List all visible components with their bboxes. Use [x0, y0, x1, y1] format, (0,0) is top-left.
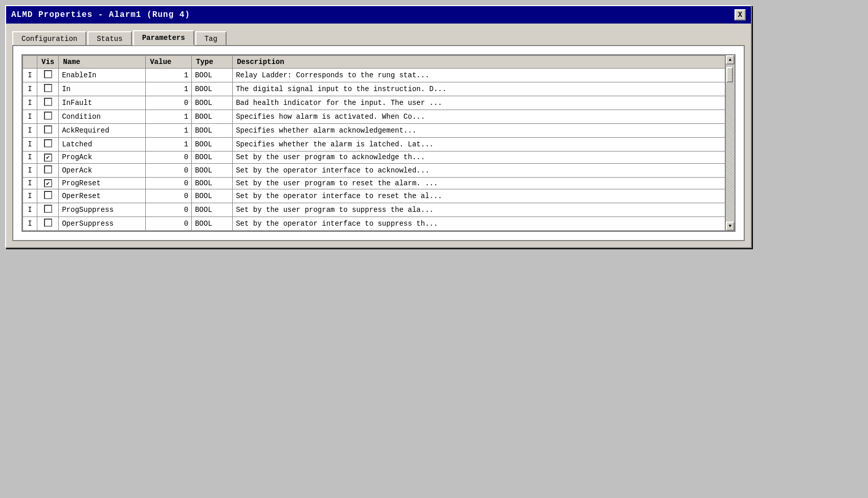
vis-checkbox[interactable]	[44, 84, 52, 92]
table-row[interactable]: IEnableIn1BOOLRelay Ladder: Corresponds …	[23, 69, 725, 82]
table-row[interactable]: IIn1BOOLThe digital signal input to the …	[23, 82, 725, 96]
table-row[interactable]: IAckRequired1BOOLSpecifies whether alarm…	[23, 124, 725, 138]
row-vis[interactable]	[37, 189, 59, 203]
row-type: BOOL	[192, 82, 233, 96]
tab-status[interactable]: Status	[87, 31, 131, 46]
row-value: 1	[146, 69, 192, 82]
row-type: BOOL	[192, 163, 233, 177]
table-row[interactable]: IOperAck0BOOLSet by the operator interfa…	[23, 163, 725, 177]
vis-checkbox[interactable]	[44, 205, 52, 213]
row-description: Set by the user program to reset the ala…	[233, 177, 725, 189]
row-indicator[interactable]: I	[23, 124, 37, 138]
row-name: Condition	[59, 110, 146, 124]
row-vis[interactable]	[37, 82, 59, 96]
row-indicator[interactable]: I	[23, 217, 37, 231]
header-vis: Vis	[37, 56, 59, 69]
vis-checkbox[interactable]	[44, 98, 52, 106]
row-indicator[interactable]: I	[23, 177, 37, 189]
table-row[interactable]: IProgSuppress0BOOLSet by the user progra…	[23, 203, 725, 217]
row-value: 1	[146, 124, 192, 138]
tab-tag[interactable]: Tag	[195, 31, 227, 46]
row-indicator[interactable]: I	[23, 163, 37, 177]
tab-configuration[interactable]: Configuration	[12, 31, 86, 46]
table-scroll-area: Vis Name Value Type Description IEnableI…	[23, 55, 725, 231]
row-value: 1	[146, 138, 192, 151]
row-value: 0	[146, 177, 192, 189]
row-indicator[interactable]: I	[23, 110, 37, 124]
row-vis[interactable]	[37, 110, 59, 124]
table-row[interactable]: ILatched1BOOLSpecifies whether the alarm…	[23, 138, 725, 151]
row-value: 0	[146, 189, 192, 203]
row-vis[interactable]	[37, 69, 59, 82]
row-vis[interactable]	[37, 163, 59, 177]
row-indicator[interactable]: I	[23, 82, 37, 96]
table-row[interactable]: IProgAck0BOOLSet by the user program to …	[23, 151, 725, 164]
row-type: BOOL	[192, 138, 233, 151]
row-name: AckRequired	[59, 124, 146, 138]
vis-checkbox[interactable]	[44, 191, 52, 199]
vis-checkbox[interactable]	[44, 165, 52, 174]
row-indicator[interactable]: I	[23, 96, 37, 110]
row-value: 0	[146, 163, 192, 177]
row-vis[interactable]	[37, 217, 59, 231]
row-description: Specifies whether alarm acknowledgement.…	[233, 124, 725, 138]
tab-parameters[interactable]: Parameters	[133, 30, 194, 46]
vis-checkbox[interactable]	[44, 70, 52, 78]
row-value: 0	[146, 151, 192, 164]
close-button[interactable]: X	[735, 9, 746, 20]
tab-bar: Configuration Status Parameters Tag	[12, 30, 745, 45]
tab-parameters-content: Vis Name Value Type Description IEnableI…	[12, 45, 745, 241]
row-indicator[interactable]: I	[23, 69, 37, 82]
vis-checkbox[interactable]	[44, 112, 52, 120]
header-indicator	[23, 56, 37, 69]
row-indicator[interactable]: I	[23, 203, 37, 217]
row-vis[interactable]	[37, 151, 59, 164]
window-title: ALMD Properties - Alarm1 (Rung 4)	[11, 10, 190, 19]
table-row[interactable]: IInFault0BOOLBad health indicator for th…	[23, 96, 725, 110]
row-indicator[interactable]: I	[23, 189, 37, 203]
scroll-track[interactable]	[726, 64, 735, 222]
row-type: BOOL	[192, 110, 233, 124]
row-value: 1	[146, 110, 192, 124]
header-type: Type	[192, 56, 233, 69]
row-value: 0	[146, 203, 192, 217]
row-name: InFault	[59, 96, 146, 110]
row-vis[interactable]	[37, 96, 59, 110]
header-value: Value	[146, 56, 192, 69]
row-type: BOOL	[192, 69, 233, 82]
row-description: Set by the operator interface to reset t…	[233, 189, 725, 203]
row-name: ProgSuppress	[59, 203, 146, 217]
row-type: BOOL	[192, 124, 233, 138]
scroll-thumb[interactable]	[726, 67, 733, 82]
vis-checkbox[interactable]	[44, 139, 52, 147]
row-name: EnableIn	[59, 69, 146, 82]
row-indicator[interactable]: I	[23, 151, 37, 164]
scroll-up-button[interactable]: ▲	[726, 55, 735, 64]
row-indicator[interactable]: I	[23, 138, 37, 151]
row-name: In	[59, 82, 146, 96]
row-vis[interactable]	[37, 177, 59, 189]
vis-checkbox[interactable]	[44, 125, 52, 134]
vertical-scrollbar[interactable]: ▲ ▼	[725, 55, 735, 231]
table-row[interactable]: IOperReset0BOOLSet by the operator inter…	[23, 189, 725, 203]
vis-checkbox[interactable]	[44, 179, 52, 187]
row-name: ProgAck	[59, 151, 146, 164]
table-row[interactable]: ICondition1BOOLSpecifies how alarm is ac…	[23, 110, 725, 124]
row-vis[interactable]	[37, 124, 59, 138]
table-row[interactable]: IProgReset0BOOLSet by the user program t…	[23, 177, 725, 189]
main-window: ALMD Properties - Alarm1 (Rung 4) X Conf…	[5, 5, 752, 248]
row-vis[interactable]	[37, 203, 59, 217]
row-description: Set by the operator interface to suppres…	[233, 217, 725, 231]
table-row[interactable]: IOperSuppress0BOOLSet by the operator in…	[23, 217, 725, 231]
row-description: Set by the user program to suppress the …	[233, 203, 725, 217]
row-description: Set by the user program to acknowledge t…	[233, 151, 725, 164]
scroll-down-button[interactable]: ▼	[726, 222, 735, 231]
header-name: Name	[59, 56, 146, 69]
row-description: Specifies how alarm is activated. When C…	[233, 110, 725, 124]
vis-checkbox[interactable]	[44, 154, 52, 162]
vis-checkbox[interactable]	[44, 219, 52, 227]
row-description: Set by the operator interface to acknowl…	[233, 163, 725, 177]
row-type: BOOL	[192, 177, 233, 189]
row-vis[interactable]	[37, 138, 59, 151]
table-container: Vis Name Value Type Description IEnableI…	[21, 54, 736, 232]
